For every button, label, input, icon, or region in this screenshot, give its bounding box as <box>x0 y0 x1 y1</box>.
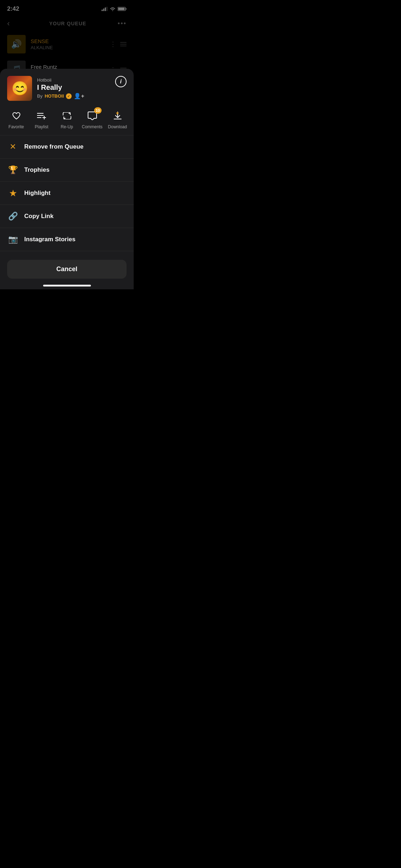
home-indicator <box>43 285 91 286</box>
verified-badge: ✓ <box>66 93 72 99</box>
playlist-label: Playlist <box>35 124 48 129</box>
playlist-button[interactable]: Playlist <box>29 109 54 129</box>
instagram-stories-item[interactable]: 📷 Instagram Stories <box>0 228 134 251</box>
bottom-sheet: 😊 Hotboii I Really By HOTBOII ✓ 👤+ i Fav… <box>0 69 134 289</box>
copy-link-icon: 🔗 <box>8 211 18 221</box>
song-thumb: 😊 <box>7 76 32 101</box>
download-star-icon <box>111 109 124 122</box>
highlight-icon: ★ <box>8 188 18 198</box>
by-text: By <box>37 93 42 99</box>
highlight-label: Highlight <box>24 190 51 197</box>
reup-label: Re-Up <box>61 124 73 129</box>
highlight-item[interactable]: ★ Highlight <box>0 182 134 205</box>
favorite-button[interactable]: Favorite <box>4 109 29 129</box>
cancel-section: Cancel <box>0 255 134 289</box>
heart-icon <box>10 109 23 122</box>
download-button[interactable]: Download <box>105 109 130 129</box>
artist-link[interactable]: HOTBOII <box>45 93 64 99</box>
remove-icon: ✕ <box>8 142 18 152</box>
reup-button[interactable]: Re-Up <box>54 109 79 129</box>
remove-queue-label: Remove from Queue <box>24 143 83 150</box>
playlist-add-icon <box>35 109 48 122</box>
song-info-section: 😊 Hotboii I Really By HOTBOII ✓ 👤+ i <box>0 69 134 107</box>
comments-badge: 10 <box>94 107 101 114</box>
repost-icon <box>61 109 73 122</box>
download-label: Download <box>108 124 127 129</box>
add-friend-icon[interactable]: 👤+ <box>74 93 84 99</box>
info-button[interactable]: i <box>115 76 127 87</box>
copy-link-item[interactable]: 🔗 Copy Link <box>0 205 134 228</box>
comments-label: Comments <box>82 124 102 129</box>
song-title-label: I Really <box>37 83 127 92</box>
remove-queue-item[interactable]: ✕ Remove from Queue <box>0 135 134 159</box>
copy-link-label: Copy Link <box>24 213 53 220</box>
instagram-stories-label: Instagram Stories <box>24 236 76 243</box>
comment-icon: 10 <box>86 109 99 122</box>
song-by-row: By HOTBOII ✓ 👤+ <box>37 93 127 99</box>
trophies-label: Trophies <box>24 166 50 174</box>
song-details: Hotboii I Really By HOTBOII ✓ 👤+ <box>37 77 127 99</box>
trophies-icon: 🏆 <box>8 165 18 175</box>
comments-button[interactable]: 10 Comments <box>79 109 105 129</box>
instagram-icon: 📷 <box>8 234 18 244</box>
song-artist-name-label: Hotboii <box>37 77 127 83</box>
action-buttons: Favorite Playlist <box>0 107 134 135</box>
trophies-item[interactable]: 🏆 Trophies <box>0 159 134 182</box>
favorite-label: Favorite <box>9 124 24 129</box>
cancel-button[interactable]: Cancel <box>7 260 127 279</box>
